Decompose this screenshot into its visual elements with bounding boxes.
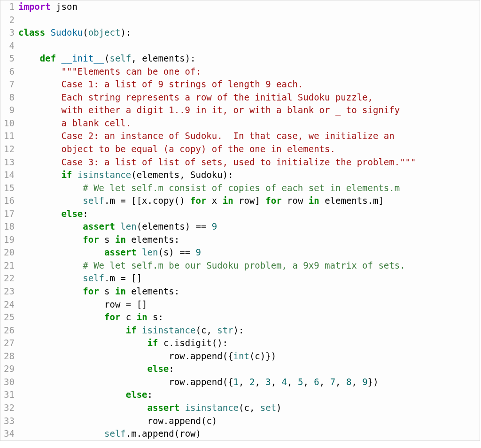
code-line: 10 a blank cell. — [0, 117, 480, 130]
code-token: for — [190, 195, 206, 206]
line-number: 15 — [0, 182, 18, 195]
code-token — [18, 363, 147, 374]
code-line: 9 with either a digit 1..9 in it, or wit… — [0, 104, 480, 117]
line-number: 26 — [0, 324, 18, 337]
line-content: for c in s: — [18, 311, 480, 324]
code-token — [18, 325, 126, 335]
code-token — [18, 338, 147, 348]
line-number: 22 — [0, 272, 18, 285]
code-line: 24 row = [] — [0, 298, 480, 311]
line-content: # We let self.m consist of copies of eac… — [18, 182, 480, 195]
code-token — [18, 389, 126, 400]
line-number: 25 — [0, 311, 18, 324]
code-token: , — [351, 377, 362, 387]
code-token: assert — [147, 402, 185, 413]
code-token: if — [62, 170, 78, 180]
code-token: set — [260, 402, 276, 413]
code-line: 29 else: — [0, 363, 480, 376]
line-content: if c.isdigit(): — [18, 337, 480, 350]
line-number: 23 — [0, 285, 18, 298]
line-content: row.append({1, 2, 3, 4, 5, 6, 7, 8, 9}) — [18, 376, 480, 389]
code-token: , — [287, 377, 298, 387]
code-token: 6 — [314, 377, 319, 387]
line-number: 4 — [0, 39, 18, 53]
code-token: x — [206, 195, 222, 206]
code-token: s — [99, 234, 115, 245]
code-line: 30 row.append({1, 2, 3, 4, 5, 6, 7, 8, 9… — [0, 376, 480, 389]
line-content: """Elements can be one of: — [18, 65, 480, 78]
code-line: 28 row.append({int(c)}) — [0, 350, 480, 363]
code-token: , elements): — [131, 53, 195, 63]
code-token — [18, 118, 62, 128]
code-token: 1 — [233, 377, 239, 387]
line-number: 19 — [0, 233, 18, 247]
line-content: row.append(c) — [18, 415, 480, 428]
line-content: else: — [18, 208, 480, 221]
code-token: import — [18, 1, 51, 12]
line-content: Case 3: a list of list of sets, used to … — [18, 156, 480, 169]
code-token: elements: — [126, 234, 179, 245]
code-line: 2 — [0, 14, 480, 27]
code-line: 25 for c in s: — [0, 311, 480, 324]
code-token — [18, 273, 83, 283]
code-token: , — [319, 377, 330, 387]
code-token: json — [51, 1, 78, 12]
code-token: 2 — [249, 377, 255, 387]
code-token: , — [255, 377, 265, 387]
line-number: 28 — [0, 350, 18, 363]
code-token: (s) == — [158, 247, 195, 257]
code-token: in — [137, 312, 147, 322]
code-token: if — [147, 338, 163, 348]
line-content: if isinstance(c, str): — [18, 324, 480, 337]
code-token: int — [233, 351, 249, 361]
code-line: 14 if isinstance(elements, Sudoku): — [0, 169, 480, 182]
code-line: 18 assert len(elements) == 9 — [0, 220, 480, 233]
code-token: .m = [] — [104, 273, 142, 283]
line-content: if isinstance(elements, Sudoku): — [18, 169, 480, 182]
code-token — [18, 144, 62, 154]
code-block: 1import json23class Sudoku(object):45 de… — [0, 0, 480, 441]
code-token — [18, 79, 62, 89]
code-token — [18, 260, 83, 270]
code-token — [18, 247, 104, 257]
code-token: class — [18, 27, 51, 38]
code-token: a blank cell. — [62, 118, 132, 128]
line-content: assert len(s) == 9 — [18, 246, 480, 259]
code-token: ): — [120, 27, 131, 38]
code-token: row.append({ — [169, 351, 233, 361]
code-line: 11 Case 2: an instance of Sudoku. In tha… — [0, 130, 480, 143]
code-token: else — [126, 389, 147, 400]
code-token: str — [217, 325, 233, 335]
line-number: 33 — [0, 415, 18, 428]
code-token — [18, 221, 83, 232]
code-token: : — [83, 209, 88, 219]
line-number: 27 — [0, 337, 18, 350]
code-line: 17 else: — [0, 208, 480, 221]
line-content: # We let self.m be our Sudoku problem, a… — [18, 259, 480, 272]
line-content: else: — [18, 363, 480, 376]
code-token: , — [335, 377, 346, 387]
code-token: __init__ — [62, 53, 105, 63]
code-token — [18, 312, 104, 322]
line-number: 30 — [0, 376, 18, 389]
code-token: self — [83, 195, 104, 206]
code-token: isinstance — [185, 402, 239, 413]
line-number: 17 — [0, 208, 18, 221]
code-line: 6 """Elements can be one of: — [0, 65, 480, 78]
line-number: 1 — [0, 0, 18, 14]
code-token: 7 — [330, 377, 335, 387]
line-content: object to be equal (a copy) of the one i… — [18, 143, 480, 156]
line-number: 31 — [0, 388, 18, 402]
code-token: Sudoku — [51, 27, 83, 38]
code-line: 19 for s in elements: — [0, 233, 480, 247]
code-token: row = [] — [104, 299, 147, 309]
code-token: c.isdigit(): — [163, 338, 228, 348]
code-line: 22 self.m = [] — [0, 272, 480, 285]
code-token: self — [104, 428, 126, 439]
code-token: for — [83, 286, 99, 296]
code-token: ) — [276, 402, 281, 413]
code-token: ): — [233, 325, 244, 335]
code-token: for — [265, 195, 281, 206]
code-token: elements: — [126, 286, 179, 296]
code-token: Each string represents a row of the init… — [62, 92, 373, 102]
